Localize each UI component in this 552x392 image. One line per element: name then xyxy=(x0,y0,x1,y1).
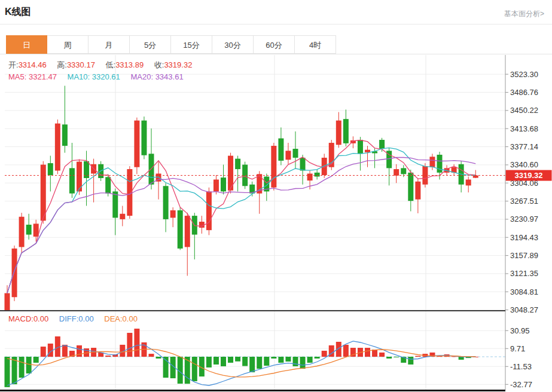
close-label: 收: xyxy=(154,60,164,69)
svg-text:3048.27: 3048.27 xyxy=(510,305,538,314)
svg-text:3340.60: 3340.60 xyxy=(510,160,538,169)
ma5-label: MA5: xyxy=(8,72,26,81)
close-value: 3319.32 xyxy=(164,60,192,69)
svg-text:9.71: 9.71 xyxy=(510,344,525,353)
ma20-value: 3343.61 xyxy=(155,72,184,81)
ma20-label: MA20: xyxy=(130,72,153,81)
diff-value: 0.00 xyxy=(78,314,93,323)
ma10-value: 3320.61 xyxy=(92,72,120,81)
svg-text:3121.35: 3121.35 xyxy=(510,269,538,278)
svg-text:3230.97: 3230.97 xyxy=(510,215,538,223)
ma-legend: MA5: 3321.47 MA10: 3320.61 MA20: 3343.61 xyxy=(8,72,184,81)
svg-text:3450.22: 3450.22 xyxy=(510,106,538,115)
svg-text:3523.30: 3523.30 xyxy=(510,70,538,79)
axis-labels: 3523.303486.763450.223413.683377.143340.… xyxy=(510,70,538,389)
svg-text:30.95: 30.95 xyxy=(510,326,530,335)
svg-text:3377.14: 3377.14 xyxy=(510,142,538,151)
svg-text:3157.89: 3157.89 xyxy=(510,251,538,260)
open-label: 开: xyxy=(8,60,19,69)
dea-label: DEA: xyxy=(104,314,122,323)
kline-widget: K线图 基本面分析> 日 周 月 5分 15分 30分 60分 4时 3523.… xyxy=(0,0,552,392)
chart-borders xyxy=(0,55,505,391)
svg-text:3413.68: 3413.68 xyxy=(510,124,538,133)
kline-chart[interactable]: 3523.303486.763450.223413.683377.143340.… xyxy=(0,0,552,392)
diff-label: DIFF: xyxy=(59,314,79,323)
ma10-label: MA10: xyxy=(68,72,90,81)
dea-value: 0.00 xyxy=(123,314,138,323)
macd-label: MACD: xyxy=(8,314,33,323)
low-label: 低: xyxy=(106,60,116,69)
svg-text:3267.51: 3267.51 xyxy=(510,197,538,206)
svg-text:3084.81: 3084.81 xyxy=(510,287,538,296)
svg-text:-32.77: -32.77 xyxy=(510,380,532,389)
high-label: 高: xyxy=(57,60,67,69)
svg-text:3486.76: 3486.76 xyxy=(510,88,538,97)
svg-text:3194.43: 3194.43 xyxy=(510,233,538,242)
ohlc-legend: 开:3314.46 高:3330.17 低:3313.89 收:3319.32 xyxy=(8,60,192,71)
macd-histogram xyxy=(5,329,478,387)
svg-text:3319.32: 3319.32 xyxy=(515,171,543,180)
gridlines xyxy=(5,55,508,390)
macd-value: 0.00 xyxy=(33,314,48,323)
high-value: 3330.17 xyxy=(67,60,95,69)
macd-legend: MACD:0.00 DIFF:0.00 DEA:0.00 xyxy=(8,314,138,323)
open-value: 3314.46 xyxy=(19,60,47,69)
svg-text:-11.53: -11.53 xyxy=(510,362,532,371)
ma5-value: 3321.47 xyxy=(29,72,57,81)
low-value: 3313.89 xyxy=(115,60,144,69)
